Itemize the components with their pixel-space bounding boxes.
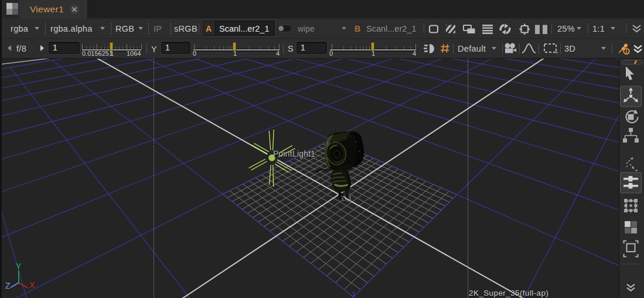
svg-text:0,1: 0,1 — [342, 195, 352, 203]
svg-text:Z: Z — [5, 281, 11, 290]
svg-text:1: 1 — [352, 291, 356, 297]
svg-text:X: X — [29, 280, 35, 290]
svg-text:Y: Y — [16, 262, 22, 271]
svg-text:PointLight1: PointLight1 — [273, 149, 315, 158]
svg-text:2K_Super_35(full-ap): 2K_Super_35(full-ap) — [469, 289, 548, 297]
